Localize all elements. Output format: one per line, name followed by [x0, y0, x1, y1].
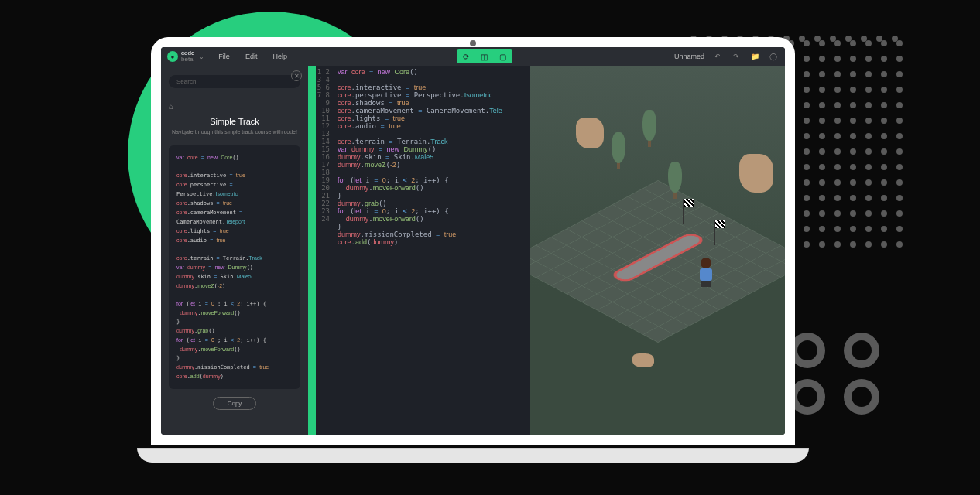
top-toolbar: ● code beta ⌄ File Edit Help ⟳ ◫ ▢ Unnam…: [161, 47, 785, 66]
chevron-down-icon: ⌄: [199, 53, 204, 60]
tree: [642, 110, 656, 147]
player-character: [698, 258, 714, 285]
search-input[interactable]: Search: [169, 75, 300, 88]
rock: [739, 154, 773, 193]
camera-dot: [470, 40, 476, 46]
accent-bar: [308, 66, 316, 435]
app-screen: ● code beta ⌄ File Edit Help ⟳ ◫ ▢ Unnam…: [161, 47, 785, 435]
laptop-frame: ● code beta ⌄ File Edit Help ⟳ ◫ ▢ Unnam…: [151, 37, 795, 463]
rock: [576, 118, 604, 148]
project-name[interactable]: Unnamed: [674, 53, 704, 60]
main-area: ✕ Search ⌂ Simple Track Navigate through…: [161, 66, 785, 435]
user-icon[interactable]: ◯: [768, 51, 779, 62]
code-snippet: var core = new Core() core.interactive =…: [169, 145, 300, 389]
finish-flag: [683, 199, 684, 224]
logo-icon: ●: [167, 51, 178, 62]
rock: [632, 353, 654, 367]
fullscreen-button[interactable]: ▢: [494, 50, 512, 63]
menu-file[interactable]: File: [218, 53, 230, 60]
lesson-subtitle: Navigate through this simple track cours…: [169, 129, 300, 135]
decorative-ring: [844, 333, 879, 368]
center-controls: ⟳ ◫ ▢: [457, 50, 512, 63]
folder-icon[interactable]: 📁: [749, 51, 760, 62]
app-logo[interactable]: ● code beta ⌄: [167, 50, 204, 63]
scene: [530, 66, 785, 435]
home-icon[interactable]: ⌂: [169, 102, 173, 111]
close-icon[interactable]: ✕: [291, 70, 302, 81]
decorative-ring: [844, 379, 879, 415]
game-preview[interactable]: [530, 66, 785, 435]
line-gutter: 1 2 3 4 5 6 7 8 9 10 11 12 13 14 15 16 1…: [316, 66, 333, 435]
tree: [668, 162, 682, 199]
menu-help[interactable]: Help: [272, 53, 287, 60]
copy-button[interactable]: Copy: [213, 397, 257, 410]
tree: [612, 132, 625, 169]
sidebar: ✕ Search ⌂ Simple Track Navigate through…: [161, 66, 308, 435]
finish-flag: [714, 220, 715, 245]
lesson-title: Simple Track: [169, 117, 300, 126]
redo-icon[interactable]: ↷: [731, 51, 742, 62]
code-editor[interactable]: var core = new Core() core.interactive =…: [333, 66, 530, 435]
split-button[interactable]: ◫: [475, 50, 494, 63]
app-sub: beta: [181, 56, 194, 63]
right-toolbar: Unnamed ↶ ↷ 📁 ◯: [674, 51, 779, 62]
undo-icon[interactable]: ↶: [712, 51, 723, 62]
menu-edit[interactable]: Edit: [245, 53, 258, 60]
refresh-button[interactable]: ⟳: [457, 50, 475, 63]
screen-bezel: ● code beta ⌄ File Edit Help ⟳ ◫ ▢ Unnam…: [151, 37, 795, 445]
laptop-base: [137, 448, 809, 463]
